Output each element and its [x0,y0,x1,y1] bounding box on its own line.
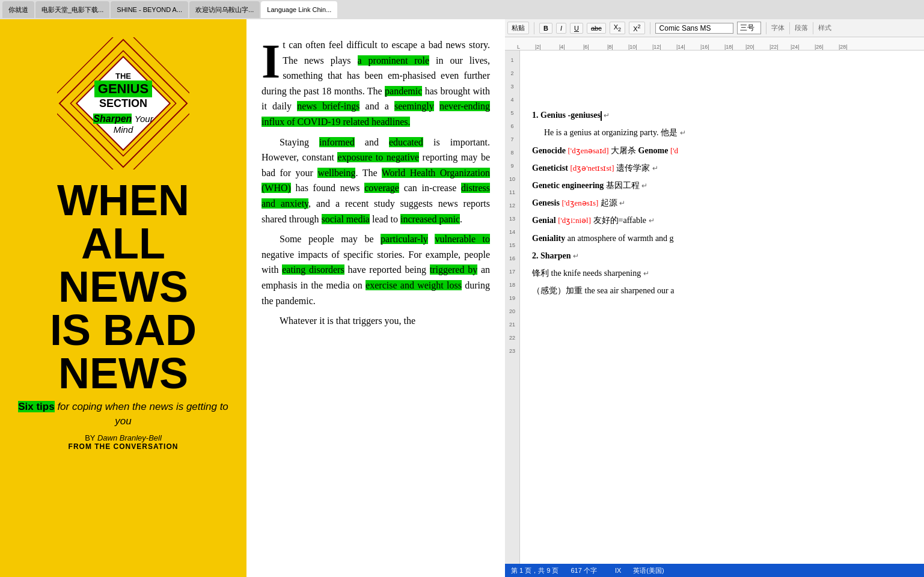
paste-button[interactable]: 粘贴 [507,22,529,34]
highlight-exposure: exposure to negative [337,152,419,162]
word-track-changes: ΙΧ [615,567,621,574]
word-entry-genesis: Genesis ['dʒenəsɪs] 起源 ↵ [532,195,912,210]
line-num-22: 22 [505,331,519,344]
word-page-count: 第 1 页，共 9 页 [511,566,558,575]
line-num-11: 11 [505,186,519,199]
toolbar-sep-3 [766,22,766,34]
magazine-logo: THE GENIUS SECTION Sharpen Your Mind [57,37,189,169]
line-num-2: 2 [505,67,519,80]
line-num-4: 4 [505,93,519,106]
toolbar-sep-1 [534,22,534,34]
word-panel: 粘贴 B I U abc X2 X2 Comic Sans MS 三号 字体 段… [505,19,924,577]
line-num-8: 8 [505,146,519,159]
bold-button[interactable]: B [539,23,552,34]
article-panel[interactable]: I t can often feel difficult to escape a… [246,19,505,577]
line-num-12: 12 [505,199,519,212]
line-num-1: 1 [505,53,519,67]
line-num-21: 21 [505,318,519,331]
line-num-13: 13 [505,212,519,225]
tab-welcome[interactable]: 欢迎访问乌鞍山字... [189,1,260,18]
word-entry-sharpen: 2. Sharpen ↵ [532,248,912,263]
toolbar-sep-2 [650,22,650,34]
highlight-never-ending: never-ending influx of COVID-19 related … [262,101,490,127]
word-entry-geneticist: Geneticist [dʒə'netɪsɪst] 遗传学家 ↵ [532,160,912,176]
word-entry-genetic-engineering: Genetic engineering 基因工程 ↵ [532,178,912,193]
line-num-14: 14 [505,225,519,239]
line-num-3: 3 [505,80,519,93]
word-toolbar: 粘贴 B I U abc X2 X2 Comic Sans MS 三号 字体 段… [505,19,924,37]
highlight-exercise: exercise and weight loss [366,280,462,290]
highlight-particularly: particular-ly [381,234,428,244]
line-num-23: 23 [505,344,519,358]
line-num-5: 5 [505,106,519,120]
article-body: I t can often feel difficult to escape a… [262,37,490,329]
font-label: 字体 [771,23,785,32]
highlight-seemingly: seemingly [394,101,434,111]
highlight-educated: educated [389,137,423,147]
word-entry-genocide: Genocide ['dʒenəsaɪd] 大屠杀 Genome ['d [532,143,912,158]
magazine-tagline: Six tips for coping when the news is get… [12,400,234,429]
magazine-source: FROM THE CONVERSATION [69,442,179,451]
highlight-eating-disorders: eating disorders [282,264,344,275]
line-num-7: 7 [505,133,519,146]
tab-movie[interactable]: 电影天堂_电影下载... [35,1,109,18]
line-num-17: 17 [505,265,519,278]
tab-nidao[interactable]: 你就道 [2,1,34,18]
highlight-informed: informed [319,137,355,147]
word-document[interactable]: 1. Genius -geniuses ↵ He is a genius at … [520,50,924,564]
magazine-author: BY Dawn Branley-Bell [85,433,162,442]
word-entry-sharpen-1: 锋利 the knife needs sharpening ↵ [532,266,912,281]
word-content-area: 1 2 3 4 5 6 7 8 9 10 11 12 13 14 15 16 1… [505,50,924,564]
highlight-triggered: triggered by [430,264,477,275]
font-size-selector[interactable]: 三号 [737,22,761,34]
doc-top-space [532,60,912,108]
underline-button[interactable]: U [570,23,583,34]
headline-when: WHEN [12,179,234,222]
word-entry-genius: 1. Genius -geniuses ↵ [532,108,912,123]
tab-shine[interactable]: SHINE - BEYOND A... [111,1,188,18]
browser-tab-bar: 你就道 电影天堂_电影下载... SHINE - BEYOND A... 欢迎访… [0,0,924,19]
font-selector[interactable]: Comic Sans MS [655,23,733,34]
strikethrough-button[interactable]: abc [587,23,606,34]
superscript-button[interactable]: X2 [629,22,644,34]
highlight-pandemic: pandemic [385,86,422,96]
word-entry-genius-example: He is a genius at organizing party. 他是 ↵ [532,125,912,140]
main-area: THE GENIUS SECTION Sharpen Your Mind WHE… [0,19,924,577]
word-language: 英语(美国) [633,566,664,575]
word-entry-geniality: Geniality an atmosphere of warmth and g [532,231,912,246]
headline-news: NEWS [12,352,234,395]
diamond-content: THE GENIUS SECTION Sharpen Your Mind [84,72,162,135]
line-num-9: 9 [505,159,519,172]
line-num-6: 6 [505,120,519,133]
highlight-news-briefings: news brief-ings [297,101,360,111]
drop-cap: I [262,42,280,81]
tab-language-link[interactable]: Language Link Chin... [261,1,337,18]
word-entry-genial: Genial ['dʒiːniəl] 友好的=affable ↵ [532,213,912,228]
line-num-18: 18 [505,278,519,292]
magazine-headline: WHEN ALL NEWS IS BAD NEWS [12,179,234,395]
word-count: 617 个字 [571,566,596,575]
highlight-prominent-role: a prominent role [358,55,430,66]
toolbar-sep-4 [789,22,790,34]
word-margin-bar: 1 2 3 4 5 6 7 8 9 10 11 12 13 14 15 16 1… [505,50,520,564]
word-ruler: L |2| |4| |6| |8| |10| |12| |14| |16| |1… [505,37,924,50]
text-cursor [601,111,602,121]
word-status-bar: 第 1 页，共 9 页 617 个字 ΙΧ 英语(美国) [505,564,924,577]
line-num-16: 16 [505,252,519,265]
highlight-coverage: coverage [364,183,399,193]
headline-all-news: ALL NEWS [12,222,234,308]
magazine-panel: THE GENIUS SECTION Sharpen Your Mind WHE… [0,19,246,577]
highlight-increased-panic: increased panic [400,214,460,224]
highlight-vulnerable: vulnerable to [435,234,490,244]
toolbar-sep-5 [813,22,813,34]
style-label: 样式 [818,23,831,32]
toolbar-row-1: 粘贴 B I U abc X2 X2 Comic Sans MS 三号 字体 段… [507,20,922,35]
word-entry-sharpen-2: （感觉）加重 the sea air sharpened our a [532,283,912,298]
italic-button[interactable]: I [556,23,566,34]
line-num-15: 15 [505,239,519,252]
headline-is-bad: IS BAD [12,308,234,352]
highlight-social-media: social media [322,214,370,224]
line-num-19: 19 [505,292,519,305]
line-num-20: 20 [505,305,519,318]
subscript-button[interactable]: X2 [610,22,625,34]
